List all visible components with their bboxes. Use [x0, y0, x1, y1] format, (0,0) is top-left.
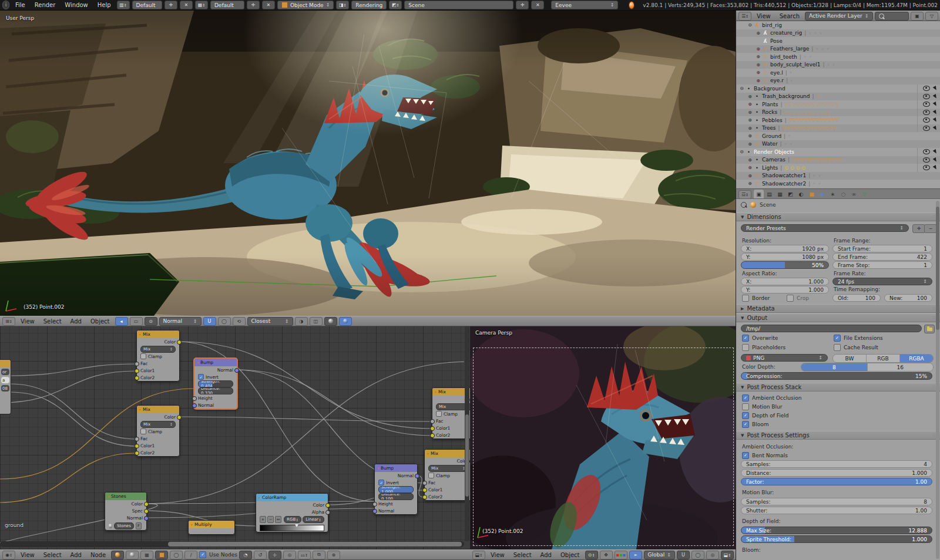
collapse-icon[interactable]: ▾: [139, 407, 141, 411]
panel-dimensions-header[interactable]: ▼Dimensions∷: [736, 212, 940, 221]
outliner-item-shadowcatcher1[interactable]: ⊕▽Shadowcatcher1|◦ ◦: [736, 172, 940, 180]
selectable-icon[interactable]: [933, 86, 938, 91]
history-icon[interactable]: ↺: [254, 551, 267, 559]
screen-selector[interactable]: Rendering: [351, 1, 387, 9]
scene-close-icon[interactable]: ✕: [531, 1, 544, 9]
shader-type-object-icon[interactable]: [111, 551, 124, 559]
tab-data[interactable]: ▽: [860, 190, 870, 198]
outliner-item-creature-rig[interactable]: ⊕ʎcreature_rig|◦ ◦ ◦: [736, 29, 940, 38]
selectable-icon[interactable]: [933, 117, 938, 123]
overlays-icon[interactable]: ◑: [295, 317, 308, 326]
cam-menu-view[interactable]: View: [487, 551, 508, 559]
shader-type-world-icon[interactable]: [126, 551, 139, 559]
panel-output-header[interactable]: ▼Output∷: [736, 313, 940, 322]
file-format-dropdown[interactable]: PNG ↕: [741, 354, 828, 362]
expand-icon[interactable]: ⊕: [755, 54, 761, 59]
eye-icon[interactable]: [923, 94, 930, 99]
cam-proportional-icon[interactable]: ◯: [691, 551, 704, 559]
camera-viewport[interactable]: Camera Persp (352) Point.002: [470, 326, 736, 549]
resolution-y-field[interactable]: Y:1080 px: [741, 253, 829, 261]
tab-object[interactable]: ■: [807, 190, 817, 198]
collapse-icon[interactable]: ▾: [258, 495, 260, 500]
menu-window[interactable]: Window: [61, 1, 91, 9]
tab-output[interactable]: ▤: [764, 190, 774, 198]
eye-icon[interactable]: [923, 117, 930, 123]
output-socket[interactable]: [144, 502, 149, 507]
workspace1-pin-icon[interactable]: ✛: [164, 1, 177, 9]
editor-type-node-icon[interactable]: ◉↕: [2, 551, 15, 559]
panel-metadata-header[interactable]: ▶Metadata∷: [736, 304, 940, 313]
new-collection-icon[interactable]: ▣: [911, 12, 924, 21]
crop-checkbox[interactable]: Crop: [787, 295, 809, 302]
outliner-item-bird-rig[interactable]: ⊖ʎbird_rig: [736, 21, 940, 29]
preset-add-icon[interactable]: ✛: [912, 224, 925, 233]
output-socket[interactable]: [415, 474, 419, 478]
start-frame-field[interactable]: Start Frame:1: [832, 245, 932, 252]
outliner-item-bird-teeth[interactable]: ⊕▽bird_teeth|◦ ◦: [736, 53, 940, 61]
node-colorramp[interactable]: ▾ColorRampColorAlpha+−↔RGB↕Linear↕: [256, 493, 328, 532]
expand-icon[interactable]: ⊕: [747, 102, 753, 107]
input-socket[interactable]: [135, 369, 139, 373]
ramp-arr-icon[interactable]: ↔: [275, 516, 281, 523]
cam-menu-add[interactable]: Add: [537, 551, 555, 559]
collapse-icon[interactable]: ▾: [191, 522, 193, 527]
node-checkbox[interactable]: [436, 411, 442, 417]
tab-physics[interactable]: ◌: [838, 190, 848, 198]
outliner-item-trash-background[interactable]: ⊕•Trash_background|▽: [736, 93, 940, 101]
proportional-icon[interactable]: ◯: [218, 317, 231, 326]
node-dropdown[interactable]: Mix↕: [140, 421, 176, 428]
outliner-item-shadowcatcher2[interactable]: ⊕▽Shadowcatcher2|◦ ◦: [736, 180, 940, 188]
cam-gizmo-icon[interactable]: ◎: [706, 551, 719, 559]
panel-pp-settings-header[interactable]: ▼Post Process Settings∷: [736, 431, 940, 440]
vp-menu-object[interactable]: Object: [87, 318, 113, 325]
overwrite-checkbox[interactable]: ✓Overwrite: [742, 335, 778, 342]
ne-menu-select[interactable]: Select: [40, 551, 65, 559]
vp-menu-add[interactable]: Add: [67, 318, 85, 325]
input-socket[interactable]: [422, 481, 427, 485]
node-bump[interactable]: ▾BumpNormal✓InvertStrength: 1.000Distanc…: [374, 464, 418, 515]
file-extensions-checkbox[interactable]: ✓File Extensions: [834, 335, 883, 342]
shading-solid-icon[interactable]: [324, 317, 337, 326]
eye-icon[interactable]: [923, 165, 930, 170]
screen-icon[interactable]: ◨↕: [336, 1, 349, 9]
mode-selector[interactable]: Object Mode↕: [277, 1, 334, 9]
outliner-item-trees[interactable]: ⊕•Trees|▽▽▽▽▽▽▽▽▽▽▽▽▽▽: [736, 124, 940, 133]
ao-checkbox[interactable]: ✓Ambient Occlusion: [742, 394, 801, 402]
folder-icon[interactable]: [924, 325, 935, 333]
transform-pivot-icon[interactable]: ⊙: [145, 317, 157, 326]
expand-icon[interactable]: ⊖: [747, 22, 753, 28]
ramp-interp-dropdown[interactable]: Linear↕: [303, 516, 324, 523]
expand-icon[interactable]: ⊕: [747, 173, 753, 178]
tab-render[interactable]: ▣: [754, 190, 764, 198]
output-path-field[interactable]: /tmp/: [741, 325, 922, 332]
xray-icon[interactable]: ◫: [310, 317, 323, 326]
tab-particles[interactable]: ∗: [828, 190, 838, 198]
node-mix[interactable]: ▾MixColorMix↕ClampFacColor1Color2: [136, 330, 180, 382]
node-bump[interactable]: ▾BumpNormal✓InvertStrength: 0.404Distanc…: [194, 358, 237, 409]
node-number-field[interactable]: Distance: 0.100: [378, 493, 414, 500]
aspect-x-field[interactable]: X:1.000: [741, 278, 829, 285]
ne-menu-add[interactable]: Add: [67, 551, 85, 559]
menu-help[interactable]: Help: [94, 1, 115, 9]
expand-icon[interactable]: ⊕: [747, 110, 753, 115]
snap-node-icon[interactable]: ⊹: [268, 551, 281, 559]
remap-old-field[interactable]: Old:100: [832, 294, 881, 302]
ne-menu-view[interactable]: View: [17, 551, 38, 559]
ao-factor-slider[interactable]: Factor:1.00: [741, 478, 932, 485]
node-group-icon[interactable]: ⧉: [313, 551, 325, 559]
output-socket[interactable]: [325, 510, 330, 515]
input-socket[interactable]: [430, 426, 435, 431]
outliner-item-body-sculpt-level1[interactable]: ⊕▽body_sculpt_level1|◦ ◦: [736, 61, 940, 69]
outliner-display-mode-dropdown[interactable]: Active Render Layer↕: [805, 12, 872, 21]
outliner-item-pose[interactable]: ʎPose: [736, 37, 940, 45]
material-browse-icon[interactable]: ◯: [170, 551, 183, 559]
outliner-item-plants[interactable]: ⊕•Plants|▽▽▽▽▽▽▽▽▽▽▽▽▽▽: [736, 100, 940, 109]
expand-icon[interactable]: ⊕: [747, 141, 753, 147]
collapse-icon[interactable]: ▾: [197, 360, 199, 365]
eye-icon[interactable]: [923, 126, 930, 131]
snap-magnet-icon[interactable]: U: [203, 317, 216, 326]
node-checkbox[interactable]: [428, 473, 434, 478]
outliner-item-ground[interactable]: ⊕▽Ground|◦: [736, 132, 940, 140]
workspace2-close-icon[interactable]: ✕: [262, 1, 275, 9]
menu-render[interactable]: Render: [31, 1, 59, 9]
